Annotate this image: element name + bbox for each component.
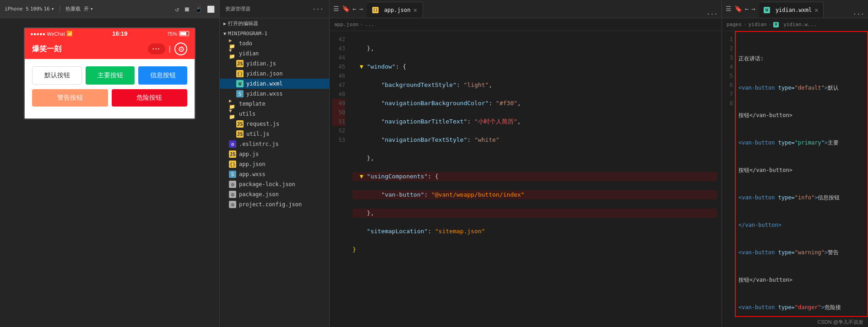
network-name: WeChat — [47, 31, 65, 37]
more-icon[interactable]: ··· — [853, 11, 864, 18]
wxss-file-icon: S — [236, 90, 244, 97]
btn-info[interactable]: 信息按钮 — [138, 66, 187, 85]
tree-item-label: util.js — [246, 131, 270, 137]
line-num: 47 — [332, 80, 345, 90]
wxml-line-default2: 按钮</van-button> — [738, 111, 864, 120]
tree-item-eslintrc[interactable]: ⚙ .eslintrc.js — [220, 139, 329, 149]
phone-content: ●●●●● WeChat 📶 16:19 75% 爆笑一刻 ··· — [0, 18, 219, 327]
code-line-51: }, — [353, 209, 717, 218]
refresh-icon[interactable]: ↺ — [175, 5, 179, 13]
line-num: 53 — [332, 135, 345, 145]
tab-yidian-wxml[interactable]: W yidian.wxml × — [759, 2, 824, 18]
breadcrumb-item: pages — [727, 21, 742, 27]
wxml-line-num: 5 — [724, 71, 733, 80]
more-icon[interactable]: ··· — [706, 11, 718, 18]
button-row-2: 警告按钮 危险按钮 — [32, 89, 187, 107]
wxml-file-icon: W — [236, 80, 244, 87]
device-name: iPhone 5 — [5, 6, 29, 12]
eslint-file-icon: ⚙ — [229, 140, 236, 148]
battery-icon — [179, 31, 189, 36]
explorer-more-icon[interactable]: ··· — [312, 5, 324, 13]
tree-item-yidian-js[interactable]: JS yidian.js — [220, 59, 329, 69]
tab-app-json[interactable]: {} app.json × — [367, 2, 423, 18]
tree-item-label: project.config.json — [239, 201, 302, 208]
breadcrumb-item: app.json — [334, 21, 358, 27]
code-content-area[interactable]: }, ▼ "window": { "backgroundTextStyle": … — [348, 31, 722, 327]
phone-nav-bar: 爆笑一刻 ··· | ⊙ — [25, 39, 195, 59]
breadcrumb-sep: › — [769, 21, 772, 27]
js-file-icon: JS — [236, 120, 244, 128]
file-explorer-panel: 资源管理器 ··· ▶ 打开的编辑器 ▼ MINIPROGRAM-1 ▶ 📁 t… — [220, 0, 330, 327]
list-icon[interactable]: ☰ — [333, 5, 339, 12]
forward-icon[interactable]: → — [359, 5, 363, 12]
tree-item-yidian-wxml[interactable]: W yidian.wxml — [220, 79, 329, 89]
tree-item-app-js[interactable]: JS app.js — [220, 149, 329, 159]
tree-item-util-js[interactable]: JS util.js — [220, 129, 329, 139]
explorer-title: 资源管理器 — [225, 5, 250, 12]
js-file-icon: JS — [236, 130, 244, 138]
tree-item-request-js[interactable]: JS request.js — [220, 119, 329, 129]
gear-json-file-icon: ⚙ — [229, 181, 236, 188]
breadcrumb-item: yidian.w... — [783, 21, 817, 27]
btn-default[interactable]: 默认按钮 — [32, 66, 82, 85]
list-icon[interactable]: ☰ — [726, 5, 732, 12]
phone-toolbar: iPhone 5 100% 16 ▾ 热重载 开 ▾ ↺ ⏹ 📱 ⬜ — [0, 0, 219, 18]
tree-item-label: package-lock.json — [239, 181, 295, 188]
phone-preview-panel: iPhone 5 100% 16 ▾ 热重载 开 ▾ ↺ ⏹ 📱 ⬜ ●●●●●… — [0, 0, 220, 327]
folder-icon: ▼ 📁 — [229, 110, 236, 118]
open-editors-section[interactable]: ▶ 打开的编辑器 — [220, 18, 329, 29]
wxml-code-content[interactable]: 正在讲话: <van-button type="default">默认 按钮</… — [735, 31, 868, 317]
back-icon[interactable]: ← — [745, 5, 749, 12]
nav-record-btn[interactable]: ⊙ — [174, 43, 187, 55]
tab-close-btn[interactable]: × — [814, 6, 818, 14]
record-icon: ⊙ — [178, 45, 184, 54]
tree-item-utils[interactable]: ▼ 📁 utils — [220, 109, 329, 119]
line-num: 43 — [332, 44, 345, 53]
hot-reload-btn[interactable]: 热重载 开 ▾ — [65, 5, 93, 12]
forward-icon[interactable]: → — [751, 5, 755, 12]
wxml-line-default: <van-button type="default">默认 — [738, 83, 864, 92]
tree-item-template[interactable]: ▶ 📁 template — [220, 99, 329, 109]
btn-primary[interactable]: 主要按钮 — [86, 66, 135, 85]
stop-icon[interactable]: ⏹ — [184, 5, 190, 13]
tree-item-yidian[interactable]: ▼ 📁 yidian — [220, 48, 329, 59]
nav-dots[interactable]: ··· — [148, 43, 165, 54]
expand-icon[interactable]: ⬜ — [207, 5, 215, 13]
tab-close-btn[interactable]: × — [413, 6, 417, 14]
wxml-line-warning: <van-button type="warning">警告 — [738, 248, 864, 257]
tree-item-yidian-wxss[interactable]: S yidian.wxss — [220, 89, 329, 99]
wxml-line-primary: <van-button type="primary">主要 — [738, 138, 864, 147]
toolbar-separator — [60, 5, 60, 13]
line-num: 42 — [332, 35, 345, 44]
tree-item-package-lock[interactable]: ⚙ package-lock.json — [220, 179, 329, 189]
wxml-line-num: 4 — [724, 62, 733, 71]
zoom-level: 100% — [30, 6, 43, 12]
device-selector[interactable]: iPhone 5 100% 16 ▾ — [5, 6, 54, 12]
tree-item-label: app.js — [239, 151, 259, 157]
tree-item-app-wxss[interactable]: S app.wxss — [220, 169, 329, 179]
code-breadcrumb: app.json › ... — [330, 18, 722, 31]
project-section[interactable]: ▼ MINIPROGRAM-1 — [220, 29, 329, 38]
tree-item-label: .eslintrc.js — [239, 141, 279, 147]
tree-item-todo[interactable]: ▶ 📁 todo — [220, 38, 329, 48]
phone-status-bar: ●●●●● WeChat 📶 16:19 75% — [25, 28, 195, 39]
dropdown-arrow-icon: ▾ — [51, 6, 54, 12]
code-toolbar-left: ☰ 🔖 ← → — [330, 0, 367, 18]
arrow-icon: ▶ — [223, 21, 226, 26]
back-icon[interactable]: ← — [353, 5, 356, 12]
wxml-line-primary2: 按钮</van-button> — [738, 166, 864, 175]
tree-item-project-config[interactable]: ⚙ project.config.json — [220, 199, 329, 209]
breadcrumb-item: ... — [365, 21, 374, 27]
btn-warning[interactable]: 警告按钮 — [32, 89, 108, 107]
bookmark-icon[interactable]: 🔖 — [342, 5, 350, 12]
wxml-editor-panel: ☰ 🔖 ← → W yidian.wxml × ··· pages › yidi… — [722, 0, 868, 327]
line-num: 52 — [332, 126, 345, 135]
btn-danger[interactable]: 危险按钮 — [112, 89, 188, 107]
tree-item-package-json[interactable]: ⚙ package.json — [220, 189, 329, 199]
wxml-title-line: 正在讲话: — [738, 54, 864, 63]
tree-item-yidian-json[interactable]: {} yidian.json — [220, 69, 329, 79]
bookmark-icon[interactable]: 🔖 — [734, 5, 742, 12]
line-num: 46 — [332, 71, 345, 80]
tree-item-app-json[interactable]: {} app.json — [220, 159, 329, 169]
phone-icon[interactable]: 📱 — [195, 5, 202, 13]
